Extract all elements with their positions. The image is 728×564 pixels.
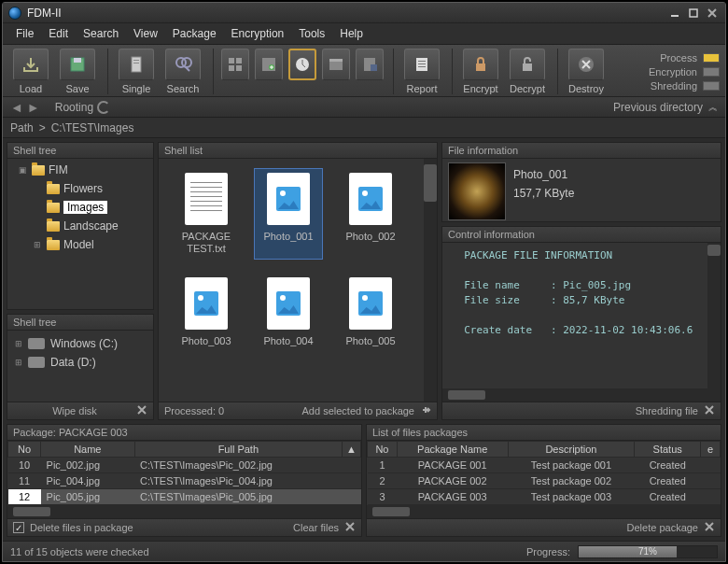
file-info-name: Photo_001 (513, 168, 574, 181)
toolbar-load[interactable]: Load (8, 49, 53, 94)
delete-files-label[interactable]: Delete files in package (30, 522, 133, 533)
hscrollbar[interactable] (7, 505, 361, 518)
toolbar-encrypt[interactable]: Encrypt (458, 49, 503, 94)
toolbar-decrypt-label: Decrypt (510, 83, 545, 94)
wipe-disk-icon[interactable] (136, 404, 147, 417)
shell-tree-header: Shell tree (7, 143, 153, 159)
package-table[interactable]: NoNameFull Path▲10Pic_002.jpgC:\TEST\Ima… (7, 441, 361, 505)
table-row[interactable]: 3PACKAGE 003Test package 003Created (368, 489, 721, 505)
toolbar-icon-a[interactable] (219, 49, 251, 94)
legend-encryption-swatch (703, 67, 720, 77)
menu-help[interactable]: Help (332, 25, 371, 42)
prev-dir-label[interactable]: Previous directory (613, 101, 703, 114)
wipe-disk-button[interactable]: Wipe disk (52, 405, 97, 416)
col-chevron[interactable]: ▲ (343, 442, 361, 458)
tree-item-model[interactable]: ⊞Model (11, 235, 149, 254)
menu-encryption[interactable]: Encryption (224, 25, 292, 42)
maximize-button[interactable] (686, 6, 701, 21)
toolbar-icon-d[interactable] (320, 49, 352, 94)
toolbar-icon-b[interactable] (253, 49, 285, 94)
shredding-icon[interactable] (704, 404, 715, 417)
col-header[interactable]: No (8, 442, 41, 458)
toolbar-icon-e[interactable] (354, 49, 385, 94)
add-selected-button[interactable]: Add selected to package (302, 405, 414, 416)
toolbar-load-label: Load (20, 83, 42, 94)
table-row[interactable]: 12Pic_005.jpgC:\TEST\Images\Pic_005.jpg (8, 489, 361, 505)
control-info-header: Control information (442, 227, 721, 243)
shredding-file-button[interactable]: Shredding file (636, 405, 698, 416)
toolbar-search-label: Search (167, 83, 200, 94)
folder-icon (32, 165, 45, 176)
file-item[interactable]: Photo_004 (254, 273, 323, 352)
drive-item[interactable]: ⊞Windows (C:) (11, 334, 149, 353)
menu-search[interactable]: Search (76, 25, 126, 42)
file-label: Photo_002 (345, 231, 395, 243)
file-item[interactable]: Photo_005 (336, 273, 405, 352)
file-item[interactable]: Photo_003 (172, 273, 241, 352)
tree-toggle-icon[interactable]: ▣ (17, 165, 28, 175)
menu-edit[interactable]: Edit (41, 25, 76, 42)
toolbar-icon-c[interactable] (287, 49, 318, 94)
clear-files-icon[interactable] (344, 521, 356, 534)
rooting-button[interactable]: Rooting (55, 101, 110, 114)
menu-file[interactable]: File (8, 25, 41, 42)
toolbar-decrypt[interactable]: Decrypt (505, 49, 550, 94)
clear-files-button[interactable]: Clear files (293, 522, 339, 533)
drives-list[interactable]: ⊞Windows (C:)⊞Data (D:) (7, 331, 153, 402)
col-header[interactable]: Name (41, 442, 135, 458)
col-header[interactable]: Package Name (397, 442, 508, 458)
col-header[interactable]: e (701, 442, 721, 458)
toolbar-destroy[interactable]: Destroy (564, 49, 609, 94)
toolbar-report-label: Report (406, 83, 437, 94)
tree-item-images[interactable]: Images (11, 198, 149, 217)
nav-forward-button[interactable]: ► (27, 100, 40, 115)
drive-item[interactable]: ⊞Data (D:) (11, 353, 149, 372)
shell-list[interactable]: PACKAGE TEST.txtPhoto_001Photo_002Photo_… (159, 159, 424, 402)
toolbar-search[interactable]: Search (161, 49, 205, 94)
package-list-header: List of files packages (367, 425, 721, 441)
scrollbar[interactable] (424, 159, 437, 402)
table-row[interactable]: 1PACKAGE 001Test package 001Created (368, 458, 721, 473)
file-item[interactable]: Photo_001 (254, 168, 323, 260)
hscrollbar[interactable] (442, 388, 721, 402)
delete-package-icon[interactable] (704, 521, 715, 534)
scrollbar[interactable] (707, 243, 721, 388)
toolbar-report[interactable]: Report (399, 49, 444, 94)
delete-files-checkbox[interactable]: ✓ (13, 522, 24, 533)
menu-view[interactable]: View (126, 25, 165, 42)
tree-item-flowers[interactable]: Flowers (11, 179, 149, 198)
table-row[interactable]: 11Pic_004.jpgC:\TEST\Images\Pic_004.jpg (8, 473, 361, 489)
file-label: PACKAGE TEST.txt (176, 231, 236, 255)
tree-toggle-icon[interactable]: ⊞ (32, 240, 43, 249)
tree-item-landscape[interactable]: Landscape (11, 217, 149, 235)
shell-tree[interactable]: ▣FIMFlowersImagesLandscape⊞Model (7, 159, 153, 309)
path-value[interactable]: C:\TEST\Images (51, 121, 134, 134)
toolbar-save[interactable]: Save (55, 49, 100, 94)
table-row[interactable]: 10Pic_002.jpgC:\TEST\Images\Pic_002.jpg (8, 458, 361, 473)
close-button[interactable] (705, 6, 720, 21)
col-header[interactable]: Description (508, 442, 635, 458)
icon-d-icon (322, 49, 350, 80)
menu-package[interactable]: Package (165, 25, 224, 42)
hscrollbar[interactable] (367, 505, 721, 518)
minimize-button[interactable] (667, 6, 682, 21)
delete-package-button[interactable]: Delete package (627, 522, 698, 533)
chevron-up-icon[interactable]: ︽ (708, 101, 718, 114)
toolbar-single[interactable]: Single (114, 49, 159, 94)
table-row[interactable]: 2PACKAGE 002Test package 002Created (368, 473, 721, 489)
shell-list-footer: Processed: 0 Add selected to package (159, 402, 437, 419)
col-header[interactable]: Full Path (134, 442, 343, 458)
add-selected-icon[interactable] (420, 404, 431, 417)
tree-item-fim[interactable]: ▣FIM (11, 161, 149, 179)
col-header[interactable]: Status (635, 442, 701, 458)
menu-bar: FileEditSearchViewPackageEncryptionTools… (3, 23, 725, 45)
nav-back-button[interactable]: ◄ (10, 100, 23, 115)
legend-shredding-label: Shredding (651, 80, 697, 92)
menu-tools[interactable]: Tools (291, 25, 332, 42)
file-item[interactable]: Photo_002 (336, 168, 405, 260)
shell-list-panel: Shell list PACKAGE TEST.txtPhoto_001Phot… (158, 142, 438, 420)
toolbar-encrypt-label: Encrypt (463, 83, 497, 94)
col-header[interactable]: No (368, 442, 398, 458)
file-item[interactable]: PACKAGE TEST.txt (172, 168, 241, 260)
package-list-table[interactable]: NoPackage NameDescriptionStatuse1PACKAGE… (367, 441, 721, 505)
